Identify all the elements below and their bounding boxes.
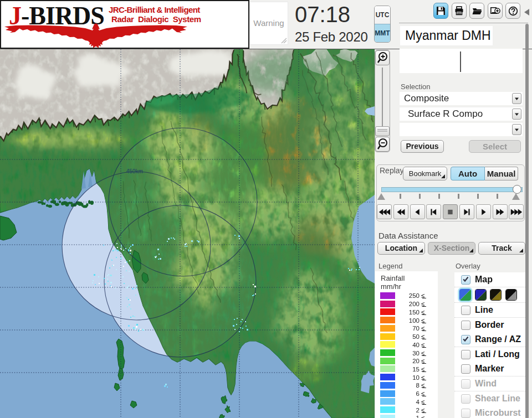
svg-text:450km: 450km bbox=[126, 168, 143, 174]
